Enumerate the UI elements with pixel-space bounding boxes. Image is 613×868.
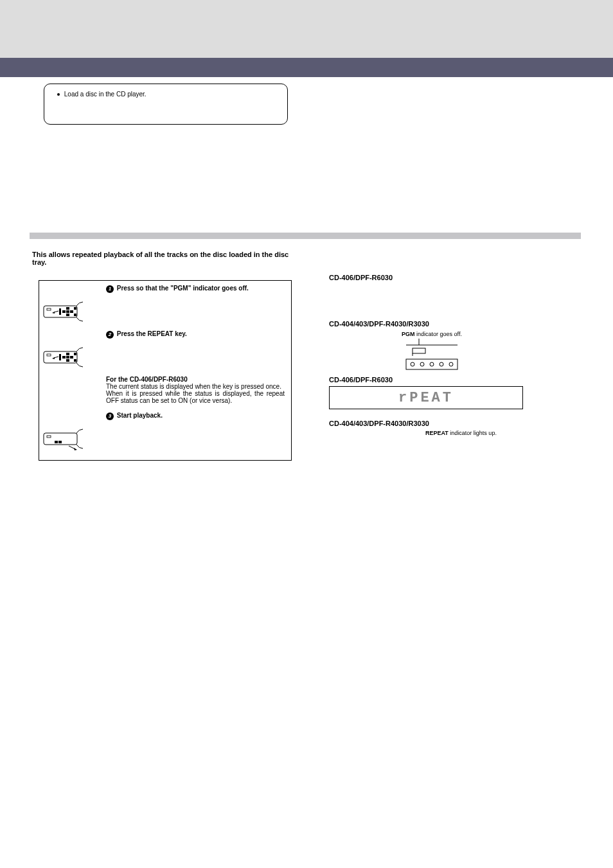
remote-diagram-icon: [43, 427, 101, 451]
step-row-1-icon: [39, 297, 291, 326]
remote-diagram-icon: [43, 299, 101, 324]
pgm-indicator-label: PGM indicator goes off.: [402, 331, 462, 337]
model-label-a-1: CD-406/DPF-R6030: [329, 274, 573, 281]
svg-line-22: [54, 357, 58, 358]
remote-icon-3: [39, 424, 106, 454]
svg-rect-25: [47, 436, 51, 438]
display-text: rPEAT: [398, 390, 454, 406]
svg-rect-9: [59, 308, 61, 315]
svg-rect-27: [58, 441, 62, 443]
svg-point-39: [449, 362, 453, 366]
steps-box: 1 Press so that the "PGM" indicator goes…: [39, 280, 292, 461]
step-row-2: 2 Press the REPEAT key.: [39, 326, 291, 342]
svg-rect-1: [47, 308, 51, 310]
step-2-model-heading: For the CD-406/DPF-R6030: [106, 376, 285, 383]
svg-rect-6: [66, 310, 69, 313]
remote-icon-2: [39, 342, 106, 372]
svg-marker-29: [74, 448, 77, 450]
svg-rect-8: [74, 314, 76, 316]
section-divider-bar: [30, 233, 581, 239]
repeat-indicator-label: REPEAT indicator lights up.: [425, 430, 573, 436]
step-number-2: 2: [106, 331, 114, 339]
svg-marker-23: [52, 357, 55, 359]
svg-rect-15: [66, 353, 69, 355]
svg-marker-11: [52, 312, 55, 314]
model-label-b-1: CD-404/403/DPF-R4030/R3030: [329, 320, 573, 328]
svg-rect-18: [66, 356, 69, 359]
svg-point-37: [430, 362, 434, 366]
step-2-text: Press the REPEAT key.: [117, 330, 187, 337]
pgm-indicator-diagram: [368, 339, 496, 372]
svg-rect-17: [62, 356, 66, 359]
svg-rect-5: [62, 310, 66, 313]
svg-rect-3: [66, 307, 69, 310]
preparation-box: Load a disc in the CD player.: [44, 84, 288, 125]
preparation-text: Load a disc in the CD player.: [64, 91, 147, 98]
svg-rect-32: [413, 348, 425, 353]
model-label-a-2: CD-406/DPF-R6030: [329, 376, 573, 384]
svg-rect-14: [66, 359, 69, 362]
svg-point-38: [440, 362, 443, 366]
step-2-body-1: The current status is displayed when the…: [106, 383, 285, 390]
svg-point-35: [411, 362, 414, 366]
step-3-text: Start playback.: [117, 412, 163, 419]
step-number-1: 1: [106, 285, 114, 293]
bullet-icon: [57, 93, 60, 96]
svg-rect-7: [74, 307, 76, 310]
svg-rect-19: [74, 353, 76, 355]
svg-rect-20: [74, 359, 76, 362]
svg-rect-4: [70, 310, 73, 313]
svg-line-10: [54, 311, 58, 312]
step-row-3: 3 Start playback.: [39, 408, 291, 424]
model-label-b-2: CD-404/403/DPF-R4030/R3030: [329, 420, 573, 427]
svg-rect-13: [47, 354, 51, 356]
display-screen-box: rPEAT: [329, 386, 523, 409]
step-2-body-2: When it is pressed while the status is d…: [106, 390, 285, 404]
step-row-2-icon: [39, 342, 291, 372]
manual-page: Load a disc in the CD player. This allow…: [0, 0, 613, 868]
step-number-3: 3: [106, 412, 114, 420]
step-row-3-icon: [39, 424, 291, 454]
svg-rect-2: [66, 314, 69, 316]
pgm-indicator-block: PGM indicator goes off.: [368, 330, 496, 372]
svg-rect-34: [406, 359, 458, 369]
intro-text: This allows repeated playback of all the…: [32, 251, 289, 266]
step-2-detail: For the CD-406/DPF-R6030 The current sta…: [39, 372, 291, 408]
svg-point-36: [420, 362, 424, 366]
right-column: CD-406/DPF-R6030 CD-404/403/DPF-R4030/R3…: [329, 270, 573, 436]
remote-diagram-icon: [43, 345, 101, 369]
dark-header-bar: [0, 58, 613, 77]
step-1-text: Press so that the "PGM" indicator goes o…: [117, 285, 249, 292]
remote-icon-1: [39, 297, 106, 326]
svg-rect-16: [70, 356, 73, 359]
step-row-1: 1 Press so that the "PGM" indicator goes…: [39, 281, 291, 297]
top-gray-bar: [0, 0, 613, 58]
svg-rect-26: [55, 441, 58, 443]
svg-rect-21: [59, 354, 61, 360]
